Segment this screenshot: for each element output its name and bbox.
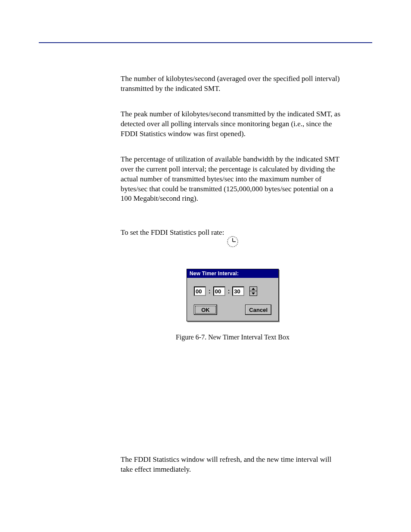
dialog-title: New Timer Interval: [187, 269, 278, 278]
colon-separator: : [209, 288, 211, 295]
paragraph-kbps: The number of kilobytes/second (averaged… [121, 74, 345, 94]
cancel-button[interactable]: Cancel [245, 305, 271, 315]
header-rule [39, 42, 372, 43]
ok-button[interactable]: OK [194, 305, 217, 315]
colon-separator: : [228, 288, 230, 295]
time-spinner [249, 286, 257, 296]
seconds-field[interactable] [232, 286, 244, 296]
new-timer-interval-dialog: New Timer Interval: : : OK [187, 269, 279, 321]
figure-caption: Figure 6-7. New Timer Interval Text Box [121, 333, 345, 341]
hours-field[interactable] [194, 286, 206, 296]
paragraph-peak: The peak number of kilobytes/second tran… [121, 109, 345, 139]
chevron-up-icon [252, 288, 255, 290]
paragraph-refresh-note: The FDDI Statistics window will refresh,… [121, 455, 345, 475]
time-entry-row: : : [194, 286, 271, 296]
clock-icon [227, 236, 238, 247]
paragraph-utilization: The percentage of utilization of availab… [121, 155, 345, 204]
chevron-down-icon [252, 292, 255, 295]
minutes-field[interactable] [213, 286, 225, 296]
spinner-up-button[interactable] [249, 286, 257, 291]
spinner-down-button[interactable] [249, 291, 257, 296]
